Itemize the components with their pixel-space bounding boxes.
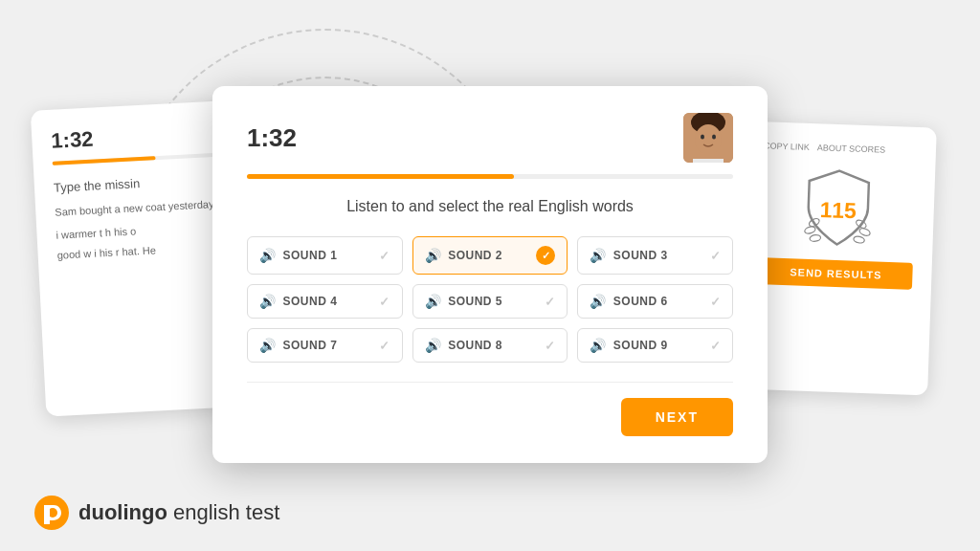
modal-instruction: Listen to and select the real English wo… [247, 198, 733, 215]
left-card-title: Type the missin [54, 171, 227, 194]
next-button[interactable]: NEXT [621, 398, 733, 436]
main-modal: 1:32 Listen to and select [212, 86, 768, 463]
left-card-progress-bar [53, 152, 225, 165]
sound-label-3: SOUND 3 [613, 249, 668, 262]
check-icon-2: ✓ [536, 246, 555, 265]
sound-btn-left-4: 🔊 SOUND 4 [259, 294, 337, 309]
sound-button-3[interactable]: 🔊 SOUND 3 ✓ [577, 236, 733, 275]
about-scores-label[interactable]: ABOUT SCORES [817, 143, 886, 154]
svg-point-9 [695, 124, 722, 155]
modal-timer: 1:32 [247, 123, 297, 153]
sound-button-2[interactable]: 🔊 SOUND 2 ✓ [412, 236, 568, 275]
check-icon-5: ✓ [545, 295, 556, 309]
check-icon-6: ✓ [710, 295, 722, 309]
sound-btn-left-5: 🔊 SOUND 5 [425, 294, 502, 309]
check-icon-7: ✓ [379, 339, 390, 353]
sound-label-6: SOUND 6 [613, 295, 668, 308]
svg-rect-16 [44, 505, 50, 524]
sound-label-1: SOUND 1 [283, 249, 338, 262]
duolingo-logo-icon [34, 496, 69, 530]
left-card-timer: 1:32 [51, 120, 224, 153]
sound-button-6[interactable]: 🔊 SOUND 6 ✓ [577, 284, 733, 319]
modal-footer: NEXT [247, 398, 733, 436]
svg-point-10 [701, 135, 704, 140]
brand-subtitle-text: english test [173, 500, 279, 524]
send-results-button[interactable]: SEND RESULTS [759, 257, 913, 290]
speaker-icon-9: 🔊 [590, 338, 607, 353]
sound-label-2: SOUND 2 [448, 249, 502, 262]
sound-btn-left-6: 🔊 SOUND 6 [590, 294, 667, 309]
modal-divider [247, 382, 733, 383]
shield-icon: 115 [793, 163, 882, 252]
sound-label-7: SOUND 7 [283, 339, 338, 352]
shield-container: 115 [760, 162, 916, 253]
speaker-icon-3: 🔊 [590, 248, 607, 263]
speaker-icon-4: 🔊 [259, 294, 277, 309]
sound-label-5: SOUND 5 [448, 295, 502, 308]
modal-progress-bar [247, 174, 733, 179]
speaker-icon-5: 🔊 [425, 294, 442, 309]
speaker-icon-2: 🔊 [425, 248, 442, 263]
left-card-progress-fill [53, 156, 156, 165]
branding: duolingo english test [34, 496, 279, 530]
sound-button-9[interactable]: 🔊 SOUND 9 ✓ [577, 328, 733, 363]
branding-text: duolingo english test [78, 500, 279, 525]
speaker-icon-6: 🔊 [590, 294, 607, 309]
speaker-icon-7: 🔊 [259, 338, 277, 353]
sounds-grid: 🔊 SOUND 1 ✓ 🔊 SOUND 2 ✓ 🔊 SOUND 3 ✓ 🔊 [247, 236, 733, 363]
right-card-links: COPY LINK ABOUT SCORES [764, 141, 917, 156]
copy-link-label[interactable]: COPY LINK [764, 141, 810, 152]
check-icon-3: ✓ [710, 249, 722, 263]
sound-button-5[interactable]: 🔊 SOUND 5 ✓ [412, 284, 568, 319]
svg-text:115: 115 [819, 197, 857, 223]
left-card-content: Sam bought a new coat yesterday. H i war… [55, 195, 230, 264]
sound-button-7[interactable]: 🔊 SOUND 7 ✓ [247, 328, 403, 363]
svg-point-4 [858, 227, 871, 236]
svg-rect-13 [693, 159, 724, 163]
sound-button-1[interactable]: 🔊 SOUND 1 ✓ [247, 236, 403, 275]
svg-point-5 [853, 235, 865, 244]
avatar [683, 113, 733, 163]
sound-button-8[interactable]: 🔊 SOUND 8 ✓ [412, 328, 568, 363]
sound-btn-left-7: 🔊 SOUND 7 [259, 338, 337, 353]
sound-btn-left-1: 🔊 SOUND 1 [259, 248, 337, 263]
sound-button-4[interactable]: 🔊 SOUND 4 ✓ [247, 284, 403, 319]
modal-header: 1:32 [247, 113, 733, 163]
sound-btn-left-2: 🔊 SOUND 2 [425, 248, 502, 263]
brand-name: duolingo [78, 500, 167, 524]
speaker-icon-1: 🔊 [259, 248, 277, 263]
sound-btn-left-3: 🔊 SOUND 3 [590, 248, 667, 263]
speaker-icon-8: 🔊 [425, 338, 442, 353]
sound-btn-left-8: 🔊 SOUND 8 [425, 338, 502, 353]
sound-label-8: SOUND 8 [448, 339, 502, 352]
svg-point-2 [810, 234, 821, 242]
svg-point-11 [712, 135, 716, 140]
check-icon-4: ✓ [379, 295, 390, 309]
check-icon-1: ✓ [379, 249, 390, 263]
sound-label-9: SOUND 9 [613, 339, 668, 352]
sound-btn-left-9: 🔊 SOUND 9 [590, 338, 667, 353]
check-icon-9: ✓ [710, 339, 722, 353]
svg-point-1 [804, 226, 816, 235]
sound-label-4: SOUND 4 [283, 295, 338, 308]
modal-progress-fill [247, 174, 514, 179]
check-icon-8: ✓ [545, 339, 556, 353]
